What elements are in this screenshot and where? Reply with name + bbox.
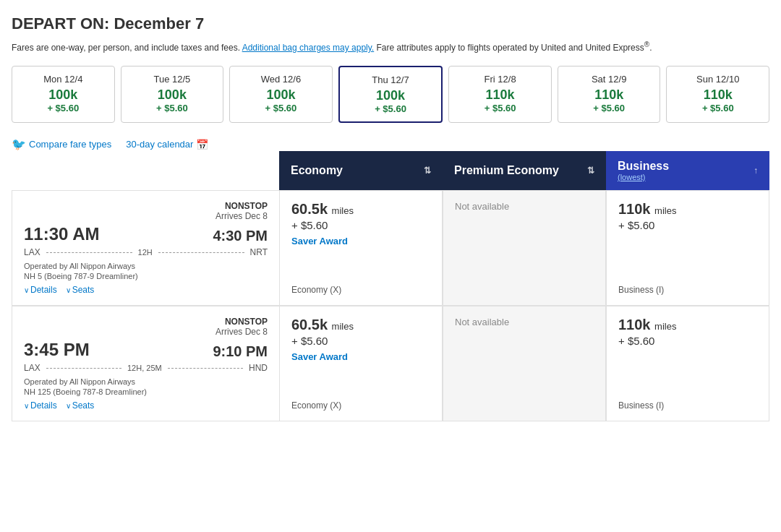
aircraft-0: NH 5 (Boeing 787-9 Dreamliner) xyxy=(24,272,268,280)
details-label-1: Details xyxy=(30,400,57,411)
date-miles-6: 110k xyxy=(673,87,763,103)
business-header-wrap: Business (lowest) xyxy=(618,160,669,181)
date-card-0[interactable]: Mon 12/4 100k + $5.60 xyxy=(12,66,115,123)
date-fee-0: + $5.60 xyxy=(18,103,108,113)
nonstop-label-0: NONSTOP xyxy=(225,201,268,211)
bird-icon: 🐦 xyxy=(12,137,26,151)
seats-link-0[interactable]: ∨ Seats xyxy=(66,285,95,295)
route-dashes2-1 xyxy=(168,368,243,369)
origin-1: LAX xyxy=(24,363,40,373)
flights-container: NONSTOP Arrives Dec 8 11:30 AM 4:30 PM L… xyxy=(12,190,769,421)
seats-chevron-0: ∨ xyxy=(66,286,71,294)
date-card-1[interactable]: Tue 12/5 100k + $5.60 xyxy=(121,66,224,123)
business-fee-0: + $5.60 xyxy=(618,219,757,231)
economy-miles-1: 60.5k miles xyxy=(291,317,430,333)
seats-label-1: Seats xyxy=(72,400,95,411)
business-cell-1[interactable]: 110k miles + $5.60 Business (I) xyxy=(606,306,769,421)
date-card-6[interactable]: Sun 12/10 110k + $5.60 xyxy=(666,66,769,123)
route-row-0: LAX 12H NRT xyxy=(24,247,268,257)
subtitle-text2: Fare attributes apply to flights operate… xyxy=(374,43,644,53)
economy-miles-val-0: 60.5k miles xyxy=(291,201,354,217)
aircraft-1: NH 125 (Boeing 787-8 Dreamliner) xyxy=(24,387,268,396)
destination-0: NRT xyxy=(250,247,268,257)
date-label-4: Fri 12/8 xyxy=(455,74,545,85)
date-fee-5: + $5.60 xyxy=(564,103,654,113)
date-miles-1: 100k xyxy=(127,87,218,103)
depart-time-1: 3:45 PM xyxy=(24,340,90,360)
date-card-5[interactable]: Sat 12/9 110k + $5.60 xyxy=(558,66,661,123)
premium-economy-header: Premium Economy ⇅ xyxy=(443,151,606,190)
route-dashes2-0 xyxy=(158,252,244,253)
route-row-1: LAX 12H, 25M HND xyxy=(24,363,268,373)
date-miles-4: 110k xyxy=(455,87,545,103)
date-miles-2: 100k xyxy=(236,87,326,103)
date-label-6: Sun 12/10 xyxy=(673,74,763,85)
date-label-1: Tue 12/5 xyxy=(127,74,218,85)
details-label-0: Details xyxy=(30,285,57,295)
depart-on-label: DEPART ON: xyxy=(12,14,109,33)
date-card-4[interactable]: Fri 12/8 110k + $5.60 xyxy=(448,66,552,123)
date-miles-0: 100k xyxy=(18,87,108,103)
economy-cell-1[interactable]: 60.5k miles + $5.60 Saver Award Economy … xyxy=(279,306,443,421)
date-miles-3: 100k xyxy=(346,88,436,103)
calendar-label: 30-day calendar xyxy=(126,139,193,150)
date-fee-1: + $5.60 xyxy=(127,103,218,113)
duration-1: 12H, 25M xyxy=(127,364,162,372)
calendar-icon: 📅 xyxy=(196,139,208,150)
compare-fare-types-link[interactable]: 🐦 Compare fare types xyxy=(12,137,111,151)
flight-times-1: 3:45 PM 9:10 PM xyxy=(24,340,268,360)
date-fee-2: + $5.60 xyxy=(236,103,326,113)
business-header: Business (lowest) ↑ xyxy=(606,151,769,190)
depart-time-0: 11:30 AM xyxy=(24,224,99,244)
route-dashes-1 xyxy=(46,368,121,369)
date-label-0: Mon 12/4 xyxy=(18,74,108,85)
arrives-label-1: Arrives Dec 8 xyxy=(215,327,268,337)
page-title: DEPART ON: December 7 xyxy=(12,14,769,33)
business-cell-0[interactable]: 110k miles + $5.60 Business (I) xyxy=(606,190,769,306)
date-fee-6: + $5.60 xyxy=(673,103,763,113)
controls-row: 🐦 Compare fare types 30-day calendar 📅 xyxy=(12,137,769,151)
flight-row-1: NONSTOP Arrives Dec 8 3:45 PM 9:10 PM LA… xyxy=(12,306,769,421)
compare-fare-types-label: Compare fare types xyxy=(29,139,111,150)
date-miles-5: 110k xyxy=(564,87,654,103)
economy-cabin-0: Economy (X) xyxy=(291,279,430,295)
depart-date: December 7 xyxy=(109,14,204,33)
30-day-calendar-link[interactable]: 30-day calendar 📅 xyxy=(126,139,208,150)
economy-sort-icon[interactable]: ⇅ xyxy=(424,166,431,176)
flight-meta-1: NONSTOP Arrives Dec 8 xyxy=(24,317,268,337)
nonstop-label-1: NONSTOP xyxy=(225,317,268,327)
details-link-1[interactable]: ∨ Details xyxy=(24,400,57,411)
top-left-spacer xyxy=(12,151,279,190)
subtitle-text1: Fares are one-way, per person, and inclu… xyxy=(12,43,242,53)
seats-link-1[interactable]: ∨ Seats xyxy=(66,400,95,411)
business-miles-val-1: 110k miles xyxy=(618,317,676,332)
economy-cabin-1: Economy (X) xyxy=(291,395,430,411)
economy-miles-0: 60.5k miles xyxy=(291,201,430,218)
arrive-time-0: 4:30 PM xyxy=(213,228,268,244)
seats-chevron-1: ∨ xyxy=(66,402,71,410)
duration-0: 12H xyxy=(138,248,153,257)
economy-cell-0[interactable]: 60.5k miles + $5.60 Saver Award Economy … xyxy=(279,190,443,306)
flight-row-0: NONSTOP Arrives Dec 8 11:30 AM 4:30 PM L… xyxy=(12,190,769,306)
date-label-2: Wed 12/6 xyxy=(236,74,326,85)
flight-info-1: NONSTOP Arrives Dec 8 3:45 PM 9:10 PM LA… xyxy=(12,306,279,421)
bag-charges-link[interactable]: Additional bag charges may apply. xyxy=(242,43,375,53)
date-selector-row: Mon 12/4 100k + $5.60 Tue 12/5 100k + $5… xyxy=(12,66,769,123)
economy-fee-1: + $5.60 xyxy=(291,335,430,347)
operated-by-0: Operated by All Nippon Airways xyxy=(24,262,268,270)
details-chevron-1: ∨ xyxy=(24,402,29,410)
date-label-3: Thu 12/7 xyxy=(346,74,436,85)
destination-1: HND xyxy=(249,363,268,373)
details-link-0[interactable]: ∨ Details xyxy=(24,285,57,295)
premium-economy-sort-icon[interactable]: ⇅ xyxy=(587,166,594,176)
business-sort-icon[interactable]: ↑ xyxy=(754,166,758,176)
premium-not-available-0: Not available xyxy=(455,201,594,212)
links-row-0: ∨ Details ∨ Seats xyxy=(24,285,268,295)
business-label: Business xyxy=(618,160,669,173)
date-card-3[interactable]: Thu 12/7 100k + $5.60 xyxy=(338,66,443,123)
links-row-1: ∨ Details ∨ Seats xyxy=(24,400,268,411)
premium-economy-cell-0: Not available xyxy=(443,190,606,306)
date-card-2[interactable]: Wed 12/6 100k + $5.60 xyxy=(229,66,333,123)
subtitle-text3: . xyxy=(649,43,652,53)
flight-times-0: 11:30 AM 4:30 PM xyxy=(24,224,268,244)
